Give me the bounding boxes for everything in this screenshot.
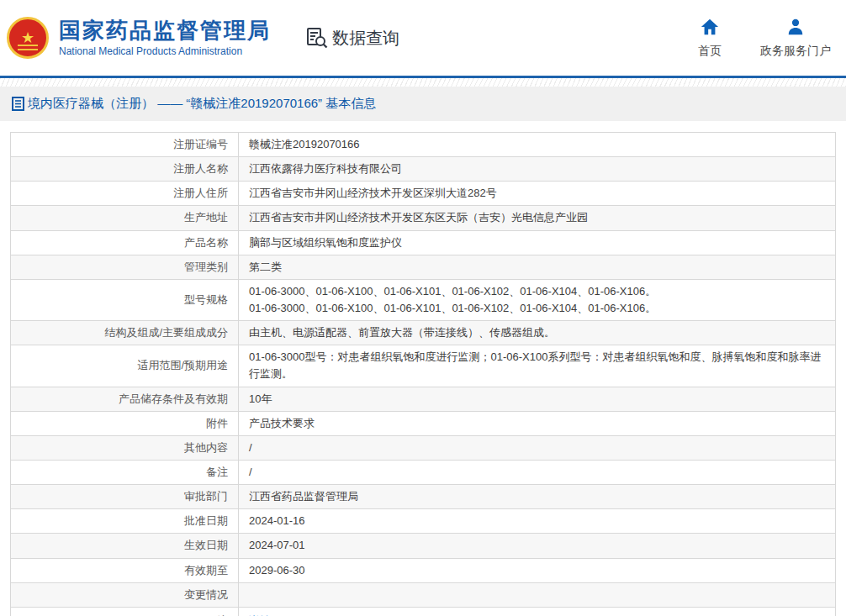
- person-icon: [786, 18, 805, 36]
- row-value: 赣械注准20192070166: [239, 133, 835, 156]
- nav-home[interactable]: 首页: [698, 18, 722, 59]
- row-value: 产品技术要求: [239, 412, 835, 435]
- row-label: 产品名称: [11, 231, 239, 255]
- nav-gov-portal[interactable]: 政务服务门户: [760, 18, 831, 59]
- national-emblem-logo: ★: [7, 17, 49, 59]
- table-row: 备注 /: [11, 461, 835, 485]
- breadcrumb-bar: 境内医疗器械（注册） —— “赣械注准20192070166” 基本信息: [0, 87, 846, 121]
- table-row: 注册人名称 江西依露得力医疗科技有限公司: [11, 157, 835, 182]
- row-label: 注: [11, 608, 239, 616]
- row-value: 由主机、电源适配器、前置放大器（带连接线）、传感器组成。: [239, 321, 835, 345]
- table-row: 变更情况: [11, 583, 835, 608]
- row-label: 管理类别: [11, 255, 239, 279]
- row-label: 批准日期: [11, 509, 239, 533]
- table-row: 管理类别 第二类: [11, 255, 835, 280]
- table-row: 注册人住所 江西省吉安市井冈山经济技术开发区深圳大道282号: [11, 182, 835, 206]
- nav-home-label: 首页: [698, 44, 722, 59]
- table-row: 生产地址 江西省吉安市井冈山经济技术开发区东区天际（吉安）光电信息产业园: [11, 206, 835, 230]
- row-value: 2024-01-16: [239, 509, 835, 533]
- row-label: 型号规格: [11, 280, 239, 320]
- emblem-star-icon: ★: [21, 30, 34, 45]
- row-label: 审批部门: [11, 485, 239, 508]
- table-row: 注册证编号 赣械注准20192070166: [11, 133, 835, 157]
- row-value: [239, 583, 835, 607]
- row-value: 详情: [239, 608, 835, 616]
- row-label: 变更情况: [11, 583, 239, 607]
- row-value: 江西省吉安市井冈山经济技术开发区东区天际（吉安）光电信息产业园: [239, 206, 835, 229]
- table-row-note: 注 详情: [11, 608, 835, 616]
- table-row: 批准日期 2024-01-16: [11, 509, 835, 534]
- row-label: 其他内容: [11, 436, 239, 460]
- row-label: 生产地址: [11, 206, 239, 229]
- table-row: 审批部门 江西省药品监督管理局: [11, 485, 835, 509]
- table-row: 有效期至 2029-06-30: [11, 559, 835, 583]
- row-label: 有效期至: [11, 559, 239, 582]
- row-label: 注册人名称: [11, 157, 239, 181]
- row-label: 适用范围/预期用途: [11, 345, 239, 386]
- row-value: 01-06-3000、01-06-X100、01-06-X101、01-06-X…: [239, 280, 835, 320]
- doc-list-icon: [12, 97, 24, 111]
- hatched-strip: [0, 78, 846, 87]
- agency-title-en: National Medical Products Administration: [59, 45, 271, 57]
- row-value: 第二类: [239, 255, 835, 279]
- nav-gov-portal-label: 政务服务门户: [760, 44, 831, 59]
- row-value: 2029-06-30: [239, 559, 835, 582]
- table-row: 适用范围/预期用途 01-06-3000型号：对患者组织氧饱和度进行监测；01-…: [11, 345, 835, 387]
- row-value: /: [239, 436, 835, 460]
- registration-info-table: 注册证编号 赣械注准20192070166 注册人名称 江西依露得力医疗科技有限…: [10, 132, 836, 616]
- row-value: 脑部与区域组织氧饱和度监护仪: [239, 231, 835, 255]
- row-value: 江西省药品监督管理局: [239, 485, 835, 508]
- data-query-section[interactable]: 数据查询: [306, 27, 399, 50]
- page-title: 境内医疗器械（注册） —— “赣械注准20192070166” 基本信息: [28, 96, 376, 112]
- table-row: 生效日期 2024-07-01: [11, 534, 835, 558]
- agency-title-cn: 国家药品监督管理局: [59, 18, 271, 44]
- row-label: 附件: [11, 412, 239, 435]
- row-label: 注册人住所: [11, 182, 239, 205]
- row-value: 江西省吉安市井冈山经济技术开发区深圳大道282号: [239, 182, 835, 205]
- data-query-label: 数据查询: [332, 27, 399, 50]
- row-value: 01-06-3000型号：对患者组织氧饱和度进行监测；01-06-X100系列型…: [239, 345, 835, 386]
- table-row: 产品储存条件及有效期 10年: [11, 387, 835, 412]
- table-row: 结构及组成/主要组成成分 由主机、电源适配器、前置放大器（带连接线）、传感器组成…: [11, 321, 835, 345]
- row-value: 2024-07-01: [239, 534, 835, 557]
- data-query-icon: [306, 27, 328, 49]
- page-header: ★ 国家药品监督管理局 National Medical Products Ad…: [0, 0, 846, 76]
- row-value: /: [239, 461, 835, 484]
- table-row: 其他内容 /: [11, 436, 835, 461]
- row-label: 产品储存条件及有效期: [11, 387, 239, 411]
- row-value: 10年: [239, 387, 835, 411]
- row-label: 注册证编号: [11, 133, 239, 156]
- row-label: 结构及组成/主要组成成分: [11, 321, 239, 345]
- agency-logo-text: 国家药品监督管理局 National Medical Products Admi…: [59, 18, 271, 57]
- table-row: 产品名称 脑部与区域组织氧饱和度监护仪: [11, 231, 835, 255]
- table-row: 附件 产品技术要求: [11, 412, 835, 436]
- row-label: 生效日期: [11, 534, 239, 557]
- detail-link[interactable]: 详情: [249, 613, 271, 616]
- table-row: 型号规格 01-06-3000、01-06-X100、01-06-X101、01…: [11, 280, 835, 321]
- home-icon: [701, 18, 719, 36]
- row-label: 备注: [11, 461, 239, 484]
- row-value: 江西依露得力医疗科技有限公司: [239, 157, 835, 181]
- emblem-gate-icon: [18, 45, 38, 50]
